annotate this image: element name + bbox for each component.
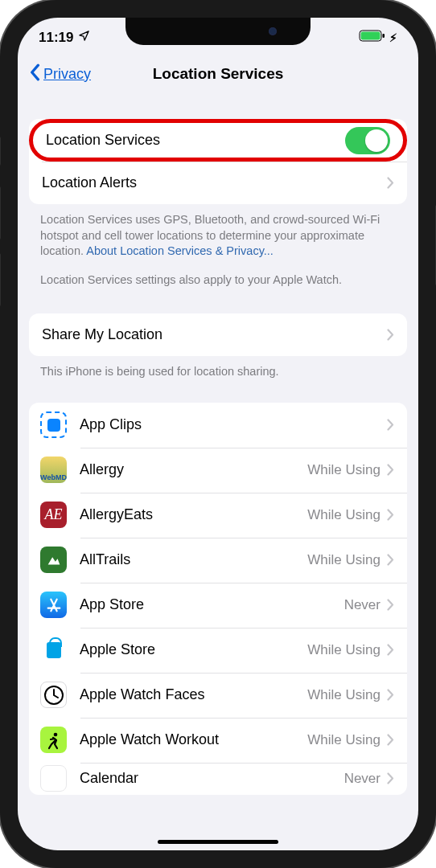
chevron-right-icon: [387, 644, 394, 656]
chevron-right-icon: [387, 772, 394, 784]
chevron-right-icon: [387, 509, 394, 521]
svg-rect-1: [361, 32, 380, 40]
app-row-alltrails[interactable]: AllTrails While Using: [29, 538, 407, 583]
location-alerts-row[interactable]: Location Alerts: [29, 162, 407, 204]
appstore-icon: [40, 592, 67, 618]
allergy-icon: WebMD: [40, 457, 67, 483]
phone-volume-down: [0, 253, 1, 306]
location-services-toggle[interactable]: [345, 127, 390, 154]
app-row-watchworkout[interactable]: Apple Watch Workout While Using: [29, 718, 407, 763]
location-services-label: Location Services: [46, 132, 345, 149]
location-alerts-label: Location Alerts: [42, 174, 387, 191]
chevron-right-icon: [387, 464, 394, 476]
phone-frame: 11:19 ⚡︎ Privacy Location Services: [0, 0, 436, 868]
app-row-calendar[interactable]: Calendar Never: [29, 763, 407, 795]
watchworkout-icon: [40, 727, 67, 753]
phone-volume-up: [0, 186, 1, 240]
chevron-left-icon: [29, 63, 40, 85]
watchfaces-icon: [40, 682, 67, 708]
status-time: 11:19: [39, 30, 73, 46]
chevron-right-icon: [387, 734, 394, 746]
share-my-location-label: Share My Location: [42, 326, 387, 343]
calendar-icon: [40, 765, 67, 792]
chevron-right-icon: [387, 419, 394, 431]
app-row-appstore[interactable]: App Store Never: [29, 583, 407, 628]
settings-group-location: Location Services Location Alerts: [29, 119, 407, 204]
allergyeats-icon: AE: [40, 502, 67, 528]
chevron-right-icon: [387, 177, 394, 189]
home-indicator[interactable]: [158, 840, 278, 844]
svg-rect-2: [383, 34, 385, 38]
location-services-row[interactable]: Location Services: [29, 119, 407, 162]
chevron-right-icon: [387, 329, 394, 341]
nav-bar: Privacy Location Services: [18, 55, 418, 93]
appclips-icon: [40, 411, 67, 438]
chevron-right-icon: [387, 689, 394, 701]
settings-group-share: Share My Location: [29, 313, 407, 356]
footer-text-1: Location Services uses GPS, Bluetooth, a…: [18, 204, 418, 268]
alltrails-icon: [40, 547, 67, 573]
back-button[interactable]: Privacy: [29, 63, 91, 85]
screen: 11:19 ⚡︎ Privacy Location Services: [18, 18, 418, 850]
share-my-location-row[interactable]: Share My Location: [29, 313, 407, 356]
chevron-right-icon: [387, 599, 394, 611]
back-label: Privacy: [43, 66, 91, 83]
footer-text-1b: Location Services settings also apply to…: [18, 268, 418, 297]
app-row-watchfaces[interactable]: Apple Watch Faces While Using: [29, 673, 407, 718]
applestore-icon: [40, 637, 67, 663]
chevron-right-icon: [387, 554, 394, 566]
app-row-applestore[interactable]: Apple Store While Using: [29, 628, 407, 673]
phone-mute-switch: [0, 137, 1, 166]
app-row-appclips[interactable]: App Clips: [29, 403, 407, 448]
battery-icon: [359, 30, 386, 46]
app-row-allergyeats[interactable]: AE AllergyEats While Using: [29, 493, 407, 538]
location-arrow-icon: [78, 30, 90, 46]
footer-text-2: This iPhone is being used for location s…: [18, 356, 418, 388]
notch: [125, 18, 311, 45]
charging-icon: ⚡︎: [389, 31, 397, 44]
about-location-privacy-link[interactable]: About Location Services & Privacy...: [86, 244, 274, 257]
svg-point-4: [53, 733, 57, 737]
settings-group-apps: App Clips WebMD Allergy While Using AE A…: [29, 403, 407, 795]
app-row-allergy[interactable]: WebMD Allergy While Using: [29, 448, 407, 493]
